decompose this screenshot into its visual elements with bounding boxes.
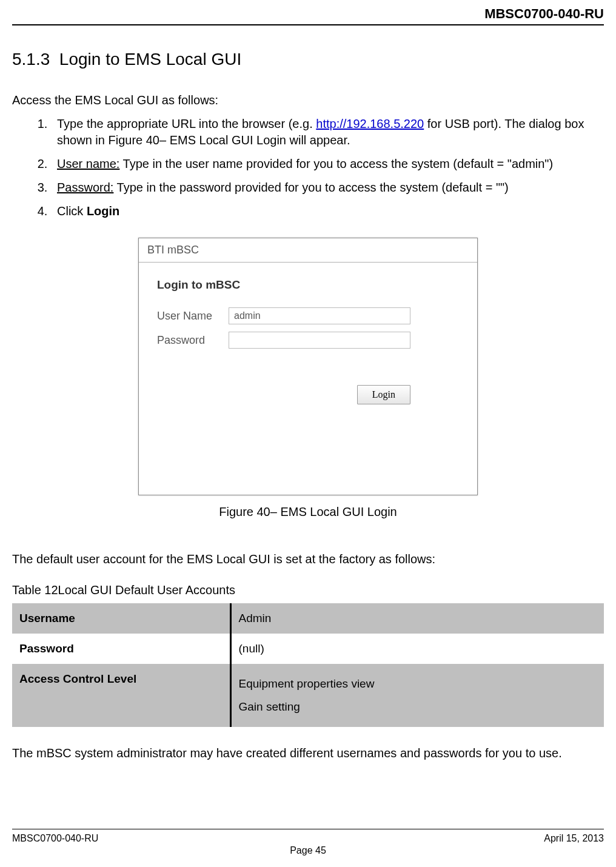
- cell-username-key: Username: [12, 603, 230, 634]
- default-account-text: The default user account for the EMS Loc…: [12, 552, 604, 566]
- login-button-row: Login: [157, 385, 459, 404]
- table-row: Access Control Level Equipment propertie…: [12, 664, 604, 727]
- username-row: User Name: [157, 307, 459, 324]
- step-3: Password: Type in the password provided …: [51, 179, 604, 196]
- intro-text: Access the EMS Local GUI as follows:: [12, 93, 604, 107]
- cell-acl-key: Access Control Level: [12, 664, 230, 727]
- page-footer: MBSC0700-040-RU April 15, 2013 Page 45: [12, 829, 604, 856]
- cell-password-val: (null): [230, 634, 604, 664]
- login-button[interactable]: Login: [357, 385, 410, 404]
- step2-label: User name:: [57, 157, 119, 170]
- acl-line-1: Equipment properties view: [239, 672, 597, 695]
- document-page: MBSC0700-040-RU 5.1.3 Login to EMS Local…: [0, 0, 616, 867]
- footer-row: MBSC0700-040-RU April 15, 2013: [12, 833, 604, 844]
- footer-page-number: Page 45: [12, 845, 604, 856]
- url-link[interactable]: http://192.168.5.220: [316, 117, 424, 130]
- cell-username-val: Admin: [230, 603, 604, 634]
- password-row: Password: [157, 332, 459, 349]
- figure-caption: Figure 40– EMS Local GUI Login: [12, 505, 604, 519]
- table-row: Password (null): [12, 634, 604, 664]
- footer-right: April 15, 2013: [544, 833, 604, 844]
- step3-rest: Type in the password provided for you to…: [113, 181, 508, 194]
- step-2: User name: Type in the user name provide…: [51, 156, 604, 172]
- table-row: Username Admin: [12, 603, 604, 634]
- login-dialog: BTI mBSC Login to mBSC User Name Passwor…: [138, 238, 478, 495]
- password-label: Password: [157, 334, 229, 347]
- step-4: Click Login: [51, 203, 604, 219]
- table-caption: Table 12Local GUI Default User Accounts: [12, 583, 604, 597]
- username-label: User Name: [157, 310, 229, 323]
- figure-40: BTI mBSC Login to mBSC User Name Passwor…: [12, 238, 604, 519]
- dialog-heading: Login to mBSC: [157, 278, 459, 292]
- section-number: 5.1.3: [12, 50, 50, 69]
- steps-list: Type the appropriate URL into the browse…: [12, 116, 604, 219]
- footer-left: MBSC0700-040-RU: [12, 833, 98, 844]
- page-header: MBSC0700-040-RU: [12, 6, 604, 25]
- accounts-table: Username Admin Password (null) Access Co…: [12, 603, 604, 727]
- cell-acl-val: Equipment properties view Gain setting: [230, 664, 604, 727]
- password-input[interactable]: [229, 332, 410, 349]
- step1-text-a: Type the appropriate URL into the browse…: [57, 117, 316, 130]
- admin-note-text: The mBSC system administrator may have c…: [12, 746, 604, 760]
- section-title: Login to EMS Local GUI: [59, 50, 241, 69]
- dialog-body: Login to mBSC User Name Password Login: [139, 263, 477, 420]
- step2-rest: Type in the user name provided for you t…: [119, 157, 553, 170]
- step3-label: Password:: [57, 181, 113, 194]
- header-doc-code: MBSC0700-040-RU: [484, 6, 604, 21]
- dialog-titlebar: BTI mBSC: [139, 238, 477, 263]
- section-heading: 5.1.3 Login to EMS Local GUI: [12, 50, 604, 69]
- step-1: Type the appropriate URL into the browse…: [51, 116, 604, 149]
- cell-password-key: Password: [12, 634, 230, 664]
- step4-a: Click: [57, 204, 87, 218]
- acl-line-2: Gain setting: [239, 695, 597, 718]
- step4-b: Login: [87, 204, 119, 218]
- username-input[interactable]: [229, 307, 410, 324]
